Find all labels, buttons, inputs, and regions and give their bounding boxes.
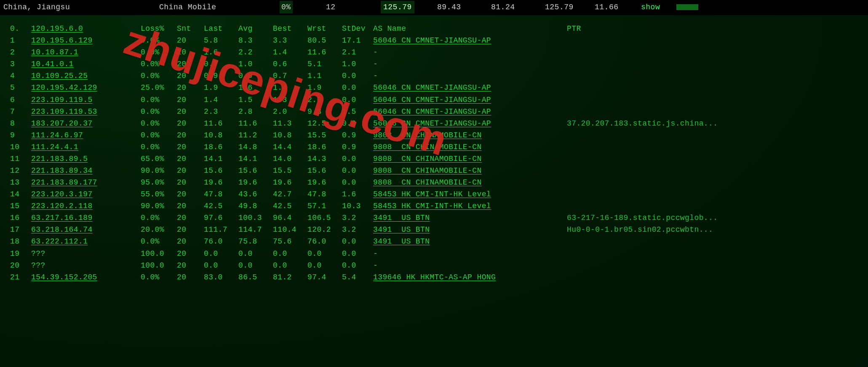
hop-ip[interactable]: 154.39.152.205 xyxy=(31,271,141,283)
hop-last: 19.6 xyxy=(204,177,238,188)
hop-asname[interactable]: 56046 CN CMNET-JIANGSU-AP xyxy=(373,106,567,118)
hop-loss: 0.0% xyxy=(141,35,177,46)
hop-best: 81.2 xyxy=(273,271,307,283)
hop-stdev: 1.0 xyxy=(342,58,373,70)
hop-avg: 11.6 xyxy=(238,118,273,129)
hop-number: 4 xyxy=(10,70,31,82)
hop-avg: 14.8 xyxy=(238,141,273,153)
hop-asname[interactable]: 139646 HK HKMTC-AS-AP HONG xyxy=(373,271,567,283)
hop-snt: 20 xyxy=(177,82,204,94)
hop-avg: 15.6 xyxy=(238,165,273,177)
hop-best: 110.4 xyxy=(273,224,307,236)
hop-loss: 0.0% xyxy=(141,46,177,58)
hop-loss: 0.0% xyxy=(141,70,177,82)
hop-number: 3 xyxy=(10,58,31,70)
hop-asname[interactable]: 9808 CN CHINAMOBILE-CN xyxy=(373,141,567,153)
hop-asname[interactable]: 3491 US BTN xyxy=(373,224,567,236)
hop-ip[interactable]: 183.207.20.37 xyxy=(31,118,141,129)
hop-avg: 0.9 xyxy=(238,70,273,82)
hop-best: 0.6 xyxy=(273,58,307,70)
hop-avg: 49.8 xyxy=(238,200,273,212)
hop-ip[interactable]: 120.195.42.129 xyxy=(31,82,141,94)
hop-ip[interactable]: 63.222.112.1 xyxy=(31,236,141,247)
table-row: 5120.195.42.12925.0%201.91.61.41.90.0560… xyxy=(4,82,864,94)
hop-loss: 90.0% xyxy=(141,200,177,212)
hop-asname[interactable]: 9808 CN CHINAMOBILE-CN xyxy=(373,165,567,177)
hop-number: 1 xyxy=(10,35,31,46)
hop-number: 11 xyxy=(10,153,31,165)
hop-loss: 0.0% xyxy=(141,141,177,153)
hop-ip[interactable]: 223.109.119.53 xyxy=(31,106,141,118)
hop-best: 75.6 xyxy=(273,236,307,247)
hop-best: 0.7 xyxy=(273,70,307,82)
hop-ip[interactable]: 223.120.2.118 xyxy=(31,200,141,212)
hop-loss: 0.0% xyxy=(141,212,177,224)
hop-wrst: 47.8 xyxy=(307,188,342,200)
hop-loss: 0.0% xyxy=(141,94,177,106)
hop-ip[interactable]: 63.217.16.189 xyxy=(31,212,141,224)
hop-number: 20 xyxy=(10,260,31,271)
hop-loss: 0.0% xyxy=(141,129,177,141)
table-row: 15223.120.2.11890.0%2042.549.842.557.110… xyxy=(4,200,864,212)
header-loss: Loss% xyxy=(141,23,177,35)
summary-stdev: 11.66 xyxy=(595,1,641,13)
hop-asname[interactable]: 3491 US BTN xyxy=(373,236,567,247)
header-ip[interactable]: 120.195.6.0 xyxy=(31,23,141,35)
hop-stdev: 17.1 xyxy=(342,35,373,46)
hop-number: 15 xyxy=(10,200,31,212)
hop-asname[interactable]: 56046 CN CMNET-JIANGSU-AP xyxy=(373,94,567,106)
hop-best: 42.5 xyxy=(273,200,307,212)
summary-best: 81.24 xyxy=(491,1,545,13)
hop-asname[interactable]: 9808 CN CHINAMOBILE-CN xyxy=(373,153,567,165)
show-link[interactable]: show xyxy=(641,1,670,13)
table-rows: 1120.195.6.1290.0%205.88.33.380.517.1560… xyxy=(4,35,864,283)
hop-ip[interactable]: 111.24.6.97 xyxy=(31,129,141,141)
hop-loss: 95.0% xyxy=(141,177,177,188)
table-row: 6223.109.119.50.0%201.41.51.32.00.056046… xyxy=(4,94,864,106)
hop-best: 42.7 xyxy=(273,188,307,200)
hop-asname: - xyxy=(373,260,567,271)
table-row: 10111.24.4.10.0%2018.614.814.418.60.9980… xyxy=(4,141,864,153)
hop-loss: 25.0% xyxy=(141,82,177,94)
hop-loss: 0.0% xyxy=(141,271,177,283)
hop-last: 10.8 xyxy=(204,129,238,141)
hop-ip[interactable]: 10.41.0.1 xyxy=(31,58,141,70)
hop-ip[interactable]: 221.183.89.34 xyxy=(31,165,141,177)
hop-loss: 100.0 xyxy=(141,248,177,260)
hop-ip[interactable]: 120.195.6.129 xyxy=(31,35,141,46)
hop-ip[interactable]: ??? xyxy=(31,260,141,271)
hop-last: 15.6 xyxy=(204,165,238,177)
table-row: 7223.109.119.530.0%202.32.82.09.31.55604… xyxy=(4,106,864,118)
hop-avg: 8.3 xyxy=(238,35,273,46)
hop-asname[interactable]: 56046 CN CMNET-JIANGSU-AP xyxy=(373,118,567,129)
hop-ip[interactable]: ??? xyxy=(31,248,141,260)
hop-last: 0.0 xyxy=(204,260,238,271)
hop-ip[interactable]: 10.10.87.1 xyxy=(31,46,141,58)
hop-asname[interactable]: 58453 HK CMI-INT-HK Level xyxy=(373,200,567,212)
hop-wrst: 80.5 xyxy=(307,35,342,46)
hop-snt: 20 xyxy=(177,94,204,106)
hop-ip[interactable]: 221.183.89.177 xyxy=(31,177,141,188)
hop-ip[interactable]: 223.109.119.5 xyxy=(31,94,141,106)
hop-ip[interactable]: 223.120.3.197 xyxy=(31,188,141,200)
hop-ip[interactable]: 10.109.25.25 xyxy=(31,70,141,82)
hop-asname[interactable]: 9808 CN CHINAMOBILE-CN xyxy=(373,129,567,141)
hop-ip[interactable]: 63.218.164.74 xyxy=(31,224,141,236)
hop-loss: 0.0% xyxy=(141,106,177,118)
hop-ptr: 37.20.207.183.static.js.china... xyxy=(567,118,864,129)
hop-ip[interactable]: 221.183.89.5 xyxy=(31,153,141,165)
hop-wrst: 97.4 xyxy=(307,271,342,283)
summary-hops: 12 xyxy=(326,1,381,13)
hop-asname[interactable]: 9808 CN CHINAMOBILE-CN xyxy=(373,177,567,188)
hop-snt: 20 xyxy=(177,153,204,165)
hop-asname[interactable]: 58453 HK CMI-INT-HK Level xyxy=(373,188,567,200)
hop-last: 0.9 xyxy=(204,70,238,82)
hop-ip[interactable]: 111.24.4.1 xyxy=(31,141,141,153)
hop-best: 15.5 xyxy=(273,165,307,177)
hop-wrst: 18.6 xyxy=(307,141,342,153)
hop-asname[interactable]: 56046 CN CMNET-JIANGSU-AP xyxy=(373,35,567,46)
hop-asname[interactable]: 56046 CN CMNET-JIANGSU-AP xyxy=(373,82,567,94)
hop-asname[interactable]: 3491 US BTN xyxy=(373,212,567,224)
table-row: 210.10.87.10.0%201.62.21.411.62.1- xyxy=(4,46,864,58)
table-row: 13221.183.89.17795.0%2019.619.619.619.60… xyxy=(4,177,864,188)
